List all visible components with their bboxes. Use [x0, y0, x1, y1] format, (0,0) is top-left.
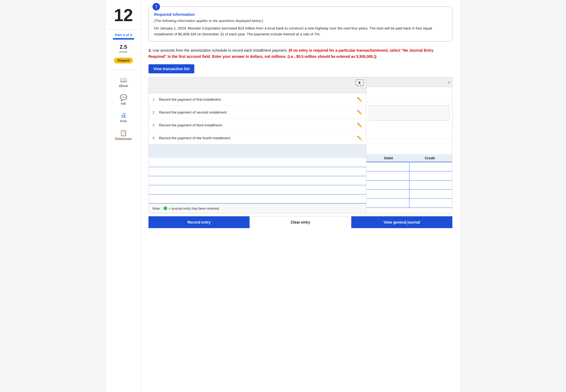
transaction-desc-4: Record the payment of the fourth install… [159, 136, 354, 140]
edit-button-4[interactable]: ✏️ [357, 135, 362, 141]
note-text-prefix: Note : [152, 206, 162, 210]
debit-input-5[interactable] [368, 201, 408, 205]
journal-section: › Debit Credit [366, 77, 452, 213]
transaction-item-4: 4 Record the payment of the fourth insta… [149, 132, 366, 145]
journal-credit-3[interactable] [409, 180, 452, 189]
sidebar-item-ebook[interactable]: 📖 eBook [106, 74, 141, 90]
transaction-list-section: X 1 Record the payment of first installm… [149, 77, 366, 213]
journal-row-2 [366, 171, 452, 180]
journal-col-debit-header: Debit [368, 156, 409, 160]
debit-input-1[interactable] [368, 165, 408, 169]
sidebar: 12 Part 3 of 3 2.5 points Skipped 📖 eBoo… [106, 0, 141, 392]
part-info: Part 3 of 3 [115, 33, 132, 37]
ebook-icon: 📖 [120, 77, 127, 84]
credit-input-2[interactable] [411, 174, 451, 178]
print-label: Print [120, 119, 127, 123]
points-value: 2.5 [120, 44, 127, 50]
question-text: 3. Use amounts from the amortization sch… [148, 47, 452, 59]
transaction-header-row: X [149, 77, 366, 88]
journal-col-headers: Debit Credit [366, 154, 452, 162]
journal-debit-1[interactable] [366, 162, 409, 171]
sidebar-nav: 📖 eBook 💬 Ask 🖨 Print 📋 References [106, 74, 141, 143]
note-text-suffix: = journal entry has been entered [169, 206, 219, 210]
info-box: ! Required information [The following in… [148, 6, 452, 42]
transaction-num-4: 4 [152, 136, 156, 140]
transaction-num-1: 1 [152, 97, 156, 101]
ebook-label: eBook [119, 84, 128, 88]
sidebar-divider [110, 70, 137, 70]
transaction-desc-3: Record the payment of third installment. [159, 123, 354, 127]
journal-row-5 [366, 199, 452, 208]
record-entry-button[interactable]: Record entry [148, 216, 250, 228]
journal-debit-2[interactable] [366, 171, 409, 180]
transaction-num-3: 3 [152, 123, 156, 127]
transaction-num-2: 2 [152, 110, 156, 114]
sidebar-item-print[interactable]: 🖨 Print [106, 110, 141, 125]
transaction-desc-2: Record the payment of second installment… [159, 110, 354, 114]
info-box-body: On January 1, 2024, Monster Corporation … [154, 25, 447, 37]
edit-button-3[interactable]: ✏️ [357, 123, 362, 128]
journal-rows [366, 162, 452, 208]
transaction-panel: X 1 Record the payment of first installm… [148, 77, 452, 213]
references-icon: 📋 [120, 130, 127, 137]
journal-debit-4[interactable] [366, 190, 409, 198]
credit-input-4[interactable] [411, 192, 451, 196]
journal-credit-2[interactable] [409, 171, 452, 180]
close-button[interactable]: X [356, 80, 363, 86]
info-icon: ! [152, 3, 160, 10]
main-content: ! Required information [The following in… [141, 0, 460, 392]
points-label: points [120, 50, 127, 53]
journal-debit-3[interactable] [366, 180, 409, 189]
question-number: 12 [114, 5, 133, 25]
edit-button-2[interactable]: ✏️ [357, 110, 362, 115]
journal-arrow-row: › [366, 77, 452, 87]
navigate-next-button[interactable]: › [448, 79, 450, 85]
note-row: Note : = journal entry has been entered [149, 203, 366, 213]
journal-debit-5[interactable] [366, 199, 409, 208]
progress-bar [113, 38, 134, 40]
debit-input-2[interactable] [368, 174, 408, 178]
ask-label: Ask [121, 102, 126, 105]
info-box-title: Required information [154, 12, 447, 17]
references-label: References [115, 137, 132, 141]
question-intro: Use amounts from the amortization schedu… [153, 48, 288, 52]
info-box-subtitle: [The following information applies to th… [154, 19, 447, 23]
print-icon: 🖨 [121, 112, 126, 119]
edit-button-1[interactable]: ✏️ [357, 97, 362, 102]
debit-input-3[interactable] [368, 183, 408, 187]
journal-row-3 [366, 180, 452, 190]
transaction-item-2: 2 Record the payment of second installme… [149, 106, 366, 119]
clear-entry-button[interactable]: Clear entry [250, 216, 351, 228]
transaction-desc-1: Record the payment of first installment. [159, 97, 354, 101]
green-dot [163, 206, 167, 210]
sidebar-item-ask[interactable]: 💬 Ask [106, 92, 141, 108]
view-transaction-button[interactable]: View transaction list [148, 64, 194, 73]
transaction-item-1: 1 Record the payment of first installmen… [149, 93, 366, 106]
journal-credit-5[interactable] [409, 199, 452, 208]
progress-bar-fill [113, 38, 134, 40]
credit-input-1[interactable] [411, 165, 451, 169]
skipped-badge: Skipped [114, 58, 133, 63]
journal-row-4 [366, 190, 452, 199]
question-number-label: 3. [148, 48, 152, 52]
journal-credit-1[interactable] [409, 162, 452, 171]
credit-input-3[interactable] [411, 183, 451, 187]
debit-input-4[interactable] [368, 192, 408, 196]
points-section: 2.5 points [120, 44, 127, 53]
journal-col-credit-header: Credit [410, 156, 450, 160]
ask-icon: 💬 [120, 94, 127, 101]
sidebar-item-references[interactable]: 📋 References [106, 127, 141, 143]
journal-credit-4[interactable] [409, 190, 452, 198]
transaction-item-3: 3 Record the payment of third installmen… [149, 119, 366, 132]
action-buttons-row: Record entry Clear entry View general jo… [148, 216, 452, 228]
credit-input-5[interactable] [411, 201, 451, 205]
journal-row-1 [366, 162, 452, 171]
view-general-journal-button[interactable]: View general journal [351, 216, 452, 228]
